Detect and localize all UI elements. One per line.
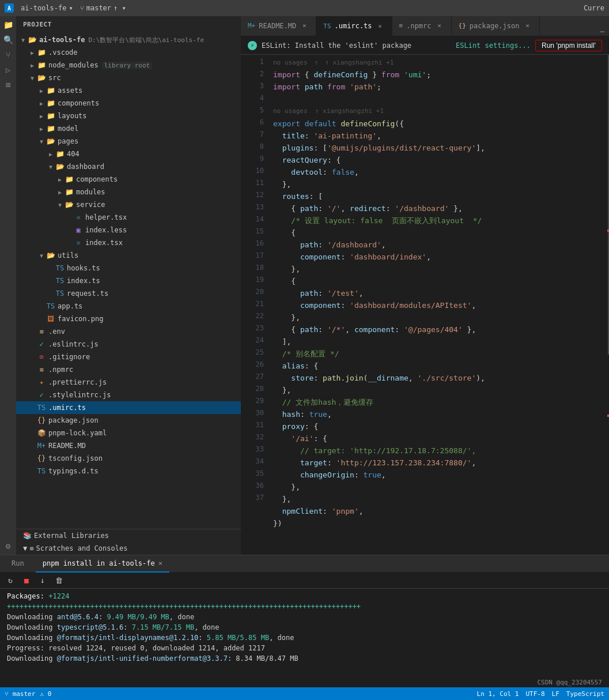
eslint-settings-link[interactable]: ESLint settings... — [456, 42, 531, 50]
tree-item-service[interactable]: ▼ 📂 service — [16, 198, 241, 211]
tree-item-tsconfig[interactable]: {} tsconfig.json — [16, 452, 241, 465]
file-icon-package-json: {} — [37, 416, 46, 425]
tree-item-gitignore[interactable]: ⊘ .gitignore — [16, 351, 241, 363]
bottom-tab-run[interactable]: Run — [5, 555, 31, 573]
tree-arrow-src: ▼ — [28, 75, 37, 81]
folder-icon-dashboard: 📂 — [55, 162, 65, 171]
tree-item-index-less[interactable]: ▣ index.less — [16, 224, 241, 236]
file-icon-prettierrc: ✦ — [37, 378, 46, 387]
tree-item-dash-modules[interactable]: ▶ 📁 modules — [16, 186, 241, 198]
code-line-30: '/ai': { — [268, 432, 603, 445]
activity-search[interactable]: 🔍 — [2, 33, 14, 46]
activity-bar: 📁 🔍 ⑂ ▷ ⊞ ⚙ — [0, 16, 16, 555]
tree-item-readme[interactable]: M+ README.MD — [16, 439, 241, 452]
tree-item-index-tsx[interactable]: ⚛ index.tsx — [16, 236, 241, 249]
tree-item-hooks-ts[interactable]: TS hooks.ts — [16, 262, 241, 274]
close-npmrc-tab[interactable]: × — [435, 21, 444, 31]
tree-item-404[interactable]: ▶ 📁 404 — [16, 148, 241, 160]
status-errors[interactable]: ⚠ 0 — [40, 690, 51, 698]
tree-item-model[interactable]: ▶ 📁 model — [16, 122, 241, 135]
tab-package-json[interactable]: {} package.json × — [452, 16, 540, 36]
file-icon-index-tsx: ⚛ — [74, 238, 83, 247]
tree-item-env[interactable]: ≡ .env — [16, 325, 241, 338]
tab-umirc[interactable]: TS .umirc.ts × — [316, 16, 392, 36]
tree-item-pnpm-lock[interactable]: 📦 pnpm-lock.yaml — [16, 427, 241, 439]
activity-git[interactable]: ⑂ — [2, 48, 14, 61]
code-line-33: changeOrigin: true, — [268, 469, 603, 481]
status-git-branch[interactable]: ⑂ master — [5, 690, 35, 698]
tree-item-request-ts[interactable]: TS request.ts — [16, 287, 241, 300]
tabs-overflow-menu[interactable]: ⋯ — [596, 28, 609, 36]
tab-readme[interactable]: M+ README.MD × — [241, 16, 316, 36]
code-line-12: /* 设置 layout: false 页面不嵌入到layout */ — [268, 214, 603, 227]
activity-debug[interactable]: ▷ — [2, 63, 14, 76]
tree-item-eslintrc[interactable]: ✓ .eslintrc.js — [16, 338, 241, 351]
folder-icon-404: 📁 — [55, 149, 65, 159]
tree-item-dashboard[interactable]: ▼ 📂 dashboard — [16, 160, 241, 173]
status-line-ending[interactable]: LF — [552, 690, 559, 698]
activity-settings[interactable]: ⚙ — [2, 540, 14, 552]
file-icon-app-ts: TS — [46, 302, 55, 311]
code-line-14: path: '/dashboard', — [268, 239, 603, 251]
close-umirc-tab[interactable]: × — [376, 21, 385, 31]
tree-item-src[interactable]: ▼ 📂 src — [16, 71, 241, 84]
tree-item-index-ts[interactable]: TS index.ts — [16, 274, 241, 287]
status-line-col[interactable]: Ln 1, Col 1 — [477, 690, 519, 698]
close-pnpm-tab[interactable]: × — [158, 559, 162, 567]
toolbar-stop-icon[interactable]: ■ — [21, 575, 32, 586]
toolbar-scroll-down-icon[interactable]: ↓ — [37, 575, 48, 586]
tree-item-pages[interactable]: ▼ 📂 pages — [16, 135, 241, 148]
code-line-29: proxy: { — [268, 420, 603, 432]
tree-item-app-ts[interactable]: TS app.ts — [16, 300, 241, 313]
tree-item-assets[interactable]: ▶ 📁 assets — [16, 84, 241, 97]
close-readme-tab[interactable]: × — [300, 21, 309, 31]
tree-item-stylelintrc[interactable]: ✓ .stylelintrc.js — [16, 389, 241, 401]
code-line-32: target: 'http://123.157.238.234:7880/', — [268, 457, 603, 469]
status-bar: ⑂ master ⚠ 0 Ln 1, Col 1 UTF-8 LF TypeSc… — [0, 687, 609, 700]
toolbar-trash-icon[interactable]: 🗑 — [53, 575, 65, 586]
tree-item-node-modules[interactable]: ▶ 📁 node_modules library root — [16, 59, 241, 71]
tree-arrow-404: ▶ — [46, 151, 55, 157]
external-libraries[interactable]: 📚 External Libraries — [16, 529, 241, 542]
close-package-json-tab[interactable]: × — [523, 21, 532, 31]
file-icon-hooks-ts: TS — [55, 264, 65, 273]
code-line-9: }, — [268, 178, 603, 190]
editor-scrollbar — [603, 55, 609, 555]
code-line-28: hash: true, — [268, 408, 603, 420]
tree-item-umirc[interactable]: TS .umirc.ts — [16, 401, 241, 414]
tree-item-components[interactable]: ▶ 📁 components — [16, 97, 241, 110]
git-branch[interactable]: ⑂ master ↑ ▾ — [80, 4, 126, 12]
activity-explorer[interactable]: 📁 — [2, 18, 14, 31]
tree-arrow-dash-modules: ▶ — [55, 189, 65, 195]
tree-item-dash-components[interactable]: ▶ 📁 components — [16, 173, 241, 186]
activity-extensions[interactable]: ⊞ — [2, 78, 14, 91]
tree-item-prettierrc[interactable]: ✦ .prettierrc.js — [16, 376, 241, 389]
file-icon-eslintrc: ✓ — [37, 340, 46, 349]
tree-item-favicon[interactable]: 🖼 favicon.png — [16, 313, 241, 325]
tree-item-utils[interactable]: ▼ 📂 utils — [16, 249, 241, 262]
tree-item-vscode[interactable]: ▶ 📁 .vscode — [16, 46, 241, 59]
code-line-35: }, — [268, 493, 603, 505]
code-content[interactable]: no usages ↑ ↑ xiangshangzhi +1 import { … — [268, 55, 603, 555]
eslint-run-button[interactable]: Run 'pnpm install' — [535, 40, 602, 51]
folder-icon-nm: 📁 — [37, 61, 46, 70]
file-icon-pnpm-lock: 📦 — [37, 428, 46, 438]
tree-item-npmrc[interactable]: ≡ .npmrc — [16, 363, 241, 376]
status-language[interactable]: TypeScript — [566, 690, 604, 698]
tree-item-typings[interactable]: TS typings.d.ts — [16, 465, 241, 477]
toolbar-refresh-icon[interactable]: ↻ — [5, 575, 16, 586]
status-encoding[interactable]: UTF-8 — [525, 690, 544, 698]
folder-icon-pages: 📂 — [46, 137, 55, 146]
scratches-and-consoles[interactable]: ▼ ≡ Scratches and Consoles — [16, 542, 241, 555]
tree-arrow-service: ▼ — [55, 202, 65, 208]
bottom-tab-pnpm[interactable]: pnpm install in ai-tools-fe × — [36, 555, 169, 573]
terminal-line-antd: Downloading antd@5.6.4: 9.49 MB/9.49 MB,… — [7, 612, 602, 622]
tab-icon-npmrc: ≡ — [399, 22, 403, 29]
project-name[interactable]: ai-tools-fe ▾ — [21, 4, 73, 12]
tree-item-root[interactable]: ▼ 📂 ai-tools-fe D:\数智平台\前端\尚志\ai-tools-f… — [16, 33, 241, 46]
code-hint-2: no usages ↑ xiangshangzhi +1 — [268, 105, 603, 118]
tree-item-helper-tsx[interactable]: ⚛ helper.tsx — [16, 211, 241, 224]
tree-item-layouts[interactable]: ▶ 📁 layouts — [16, 110, 241, 122]
tab-npmrc[interactable]: ≡ .npmrc × — [392, 16, 452, 36]
tree-item-package-json[interactable]: {} package.json — [16, 414, 241, 427]
